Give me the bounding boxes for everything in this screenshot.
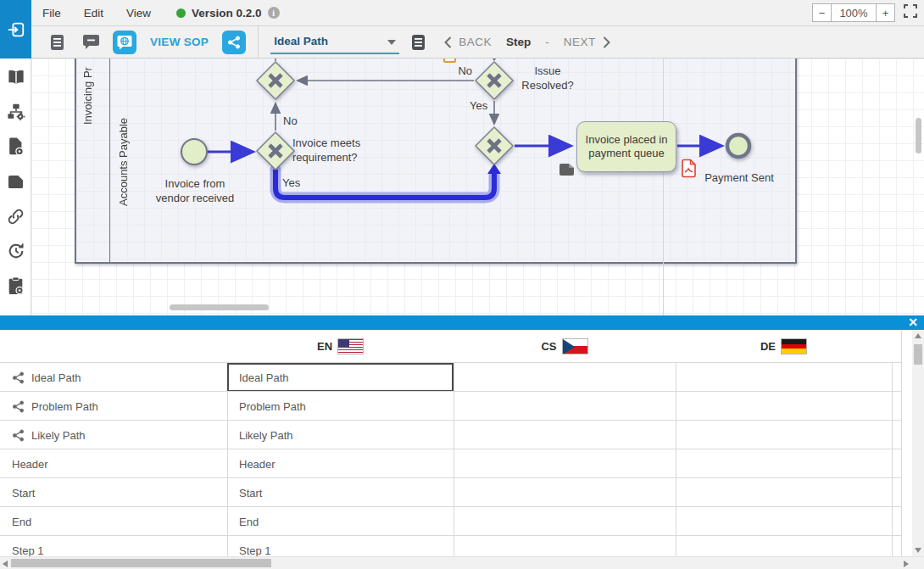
scroll-right-icon[interactable] xyxy=(904,561,909,567)
pdf-file-icon[interactable] xyxy=(682,160,695,177)
cell-en[interactable]: Step 1 xyxy=(227,536,454,556)
clipboard-settings-icon[interactable] xyxy=(0,273,31,298)
gateway-merge-top[interactable] xyxy=(257,62,294,99)
cell-cs[interactable] xyxy=(454,392,676,421)
share-icon xyxy=(12,400,25,413)
table-row: Ideal PathIdeal Path xyxy=(0,362,901,391)
cell-de[interactable] xyxy=(676,363,892,392)
view-sop-link[interactable]: VIEW SOP xyxy=(150,36,209,48)
label-issue-question: Issue Resolved? xyxy=(513,64,582,93)
horizontal-scroll-thumb[interactable] xyxy=(11,559,271,567)
translate-chat-button[interactable] xyxy=(113,31,136,54)
tag-icon[interactable] xyxy=(0,169,31,194)
zoom-in-button[interactable]: + xyxy=(877,3,895,22)
cell-cs[interactable] xyxy=(454,478,676,507)
toolbar-divider xyxy=(258,26,259,59)
toolbar: VIEW SOP Ideal Path BACK Step - NEXT xyxy=(31,26,924,59)
sidebar-app-button[interactable] xyxy=(0,0,31,59)
column-code-en: EN xyxy=(317,340,332,353)
chevron-left-icon[interactable] xyxy=(444,36,452,48)
scroll-down-icon[interactable] xyxy=(915,548,921,553)
cell-cs[interactable] xyxy=(454,449,676,478)
cell-en[interactable]: Problem Path xyxy=(227,392,454,421)
flag-de-icon xyxy=(781,338,807,354)
label-end-event: Payment Sent xyxy=(704,171,774,186)
cell-de[interactable] xyxy=(676,507,892,536)
cell-de[interactable] xyxy=(676,392,892,421)
end-event[interactable] xyxy=(727,135,749,157)
data-object-icon[interactable] xyxy=(559,164,574,176)
row-label-text: Ideal Path xyxy=(31,371,81,384)
table-row: HeaderHeader xyxy=(0,449,901,477)
cell-en[interactable]: End xyxy=(227,507,454,536)
cell-edge xyxy=(892,536,901,556)
column-header-en[interactable]: EN xyxy=(227,330,454,362)
scroll-left-icon[interactable] xyxy=(3,561,8,567)
row-label-text: Start xyxy=(12,487,35,499)
close-icon[interactable]: ✕ xyxy=(908,315,918,330)
zoom-out-button[interactable]: − xyxy=(812,3,831,22)
cell-en-selected[interactable]: Ideal Path xyxy=(227,363,454,392)
panel-vertical-scrollbar[interactable] xyxy=(912,330,924,556)
cell-en[interactable]: Header xyxy=(227,449,454,478)
glossary-book-icon[interactable] xyxy=(0,64,31,90)
menu-view[interactable]: View xyxy=(126,7,151,20)
menu-edit[interactable]: Edit xyxy=(84,7,103,20)
link-icon[interactable] xyxy=(0,204,31,229)
canvas-horizontal-scrollbar[interactable] xyxy=(170,304,269,310)
history-icon[interactable] xyxy=(0,238,31,264)
menu-file[interactable]: File xyxy=(42,7,61,20)
vertical-scroll-thumb[interactable] xyxy=(914,344,922,365)
cell-en[interactable]: Likely Path xyxy=(227,421,454,449)
status-dot-icon xyxy=(176,8,186,18)
process-tree-icon[interactable] xyxy=(0,99,31,125)
canvas-vertical-scrollbar[interactable] xyxy=(916,118,921,153)
panel-title-bar[interactable]: ✕ xyxy=(0,315,924,330)
gateway-issue-resolved[interactable] xyxy=(476,62,513,99)
diagram-canvas[interactable]: Invoicing Pr Accounts Payable xyxy=(31,59,924,315)
version-label: Version 0.2.0 xyxy=(192,7,262,20)
back-button[interactable]: BACK xyxy=(459,36,492,48)
info-icon[interactable]: i xyxy=(268,7,280,19)
row-label: Header xyxy=(0,449,227,478)
flow-arrow-into-issue-gateway[interactable] xyxy=(490,59,499,61)
cell-cs[interactable] xyxy=(454,421,676,449)
label-issue-yes: Yes xyxy=(470,99,487,114)
column-header-cs[interactable]: CS xyxy=(454,330,676,362)
panel-horizontal-scrollbar[interactable] xyxy=(0,556,924,569)
cell-de[interactable] xyxy=(676,536,892,556)
table-row: Likely PathLikely Path xyxy=(0,420,901,449)
cell-de[interactable] xyxy=(676,449,892,478)
highlighted-path[interactable] xyxy=(276,164,501,198)
comment-icon[interactable] xyxy=(83,34,99,50)
cell-cs[interactable] xyxy=(454,507,676,536)
next-button[interactable]: NEXT xyxy=(564,36,596,48)
cell-edge xyxy=(892,478,901,507)
chevron-right-icon[interactable] xyxy=(603,36,610,48)
file-status-icon[interactable] xyxy=(0,134,31,159)
sop-document-icon[interactable] xyxy=(411,34,426,51)
column-header-de[interactable]: DE xyxy=(676,330,892,362)
cell-en[interactable]: Start xyxy=(227,478,454,507)
cell-cs[interactable] xyxy=(454,536,676,556)
document-icon[interactable] xyxy=(50,34,64,51)
cell-de[interactable] xyxy=(676,421,892,449)
share-icon xyxy=(12,371,25,384)
step-navigation: BACK Step - NEXT xyxy=(444,36,610,48)
task-invoice-payment-queue[interactable]: Invoice placed in payment queue xyxy=(576,121,676,172)
scroll-up-icon[interactable] xyxy=(915,333,921,338)
gateway-invoice-requirement[interactable] xyxy=(257,132,294,170)
share-button[interactable] xyxy=(222,31,246,54)
table-row: EndEnd xyxy=(0,506,901,535)
cell-cs[interactable] xyxy=(454,363,676,392)
cell-edge xyxy=(892,363,901,392)
gateway-merge-before-task[interactable] xyxy=(476,127,513,165)
fullscreen-icon[interactable] xyxy=(904,4,917,21)
path-selector-dropdown[interactable]: Ideal Path xyxy=(270,31,399,54)
start-event[interactable] xyxy=(181,139,207,165)
version-indicator: Version 0.2.0 i xyxy=(176,7,280,20)
path-selector-value: Ideal Path xyxy=(274,35,328,47)
column-code-de: DE xyxy=(760,340,776,353)
cell-de[interactable] xyxy=(676,478,892,507)
step-separator: - xyxy=(545,36,549,48)
